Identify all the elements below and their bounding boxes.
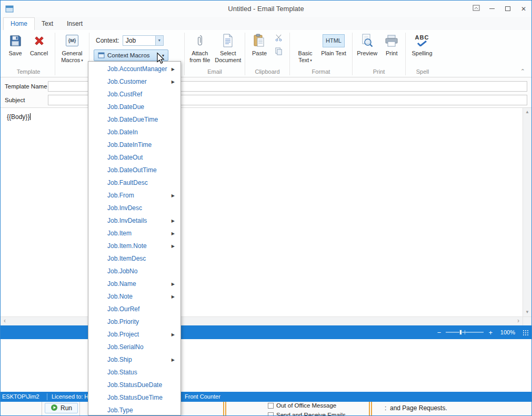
- attach-from-file-button[interactable]: Attach from file: [187, 31, 213, 64]
- tab-insert[interactable]: Insert: [60, 18, 89, 30]
- zoom-slider-thumb[interactable]: [459, 330, 462, 335]
- menu-item-job-priority[interactable]: Job.Priority: [88, 315, 180, 328]
- select-document-button[interactable]: Select Document: [214, 31, 243, 64]
- zoom-slider[interactable]: [446, 329, 484, 335]
- paste-button[interactable]: Paste: [247, 31, 272, 57]
- context-macros-button[interactable]: Context Macros ▾: [94, 49, 168, 61]
- menu-item-job-statusduetime[interactable]: Job.StatusDueTime: [88, 391, 180, 404]
- horizontal-scrollbar[interactable]: ‹ ›: [1, 316, 531, 325]
- window-controls: ✕: [468, 1, 531, 17]
- ribbon-tab-row: Home Text Insert: [1, 17, 531, 30]
- menu-item-job-ship[interactable]: Job.Ship▶: [88, 353, 180, 366]
- menu-item-label: Job.DateDue: [107, 103, 144, 111]
- zoom-out-button[interactable]: −: [437, 329, 441, 336]
- background-window-strip: Run Out of Office Message Send and Recei…: [1, 402, 531, 415]
- menu-item-job-note[interactable]: Job.Note▶: [88, 290, 180, 303]
- document-icon: [223, 33, 233, 48]
- ribbon: Save Cancel Template {M} G: [1, 30, 531, 77]
- print-button[interactable]: Print: [380, 31, 403, 57]
- paste-icon: [254, 33, 265, 48]
- submenu-arrow-icon: ▶: [172, 358, 175, 362]
- menu-item-job-from[interactable]: Job.From▶: [88, 189, 180, 202]
- save-icon: [9, 33, 22, 48]
- menu-item-job-jobno[interactable]: Job.JobNo: [88, 265, 180, 278]
- group-label-spell: Spell: [408, 67, 437, 77]
- menu-item-job-statusduedate[interactable]: Job.StatusDueDate: [88, 379, 180, 391]
- menu-item-job-ourref[interactable]: Job.OurRef: [88, 303, 180, 315]
- tab-text[interactable]: Text: [35, 18, 60, 30]
- menu-item-label: Job.SerialNo: [107, 343, 144, 351]
- html-plain-text-button[interactable]: HTML Plain Text: [319, 31, 348, 57]
- vertical-scrollbar[interactable]: ▲ ▼: [523, 108, 531, 316]
- context-combobox[interactable]: Job ▾: [123, 35, 164, 46]
- menu-item-job-dateintime[interactable]: Job.DateInTime: [88, 138, 180, 151]
- run-button[interactable]: Run: [45, 403, 78, 413]
- ribbon-options-button[interactable]: [468, 1, 484, 17]
- menu-item-job-item[interactable]: Job.Item▶: [88, 227, 180, 240]
- app-icon: [5, 5, 14, 13]
- scroll-up-icon[interactable]: ▲: [523, 108, 531, 116]
- status-bar: ESKTOP\Jim2 Licensed to: H Front Counter: [1, 392, 531, 402]
- menu-item-label: Job.Item.Note: [107, 242, 147, 250]
- scroll-right-icon[interactable]: ›: [514, 317, 523, 325]
- menu-item-job-item-note[interactable]: Job.Item.Note▶: [88, 240, 180, 252]
- tab-home[interactable]: Home: [3, 17, 35, 31]
- menu-item-job-custref[interactable]: Job.CustRef: [88, 88, 180, 101]
- collapse-ribbon-button[interactable]: ⌃: [520, 68, 525, 75]
- menu-item-job-type[interactable]: Job.Type: [88, 404, 180, 415]
- checkbox-icon[interactable]: [268, 412, 274, 416]
- checkbox-icon[interactable]: [268, 403, 274, 409]
- menu-item-job-accountmanager[interactable]: Job.AccountManager▶: [88, 63, 180, 75]
- menu-item-label: Job.FaultDesc: [107, 179, 148, 186]
- menu-item-job-serialno[interactable]: Job.SerialNo: [88, 341, 180, 353]
- group-label-email: Email: [187, 67, 243, 77]
- copy-button[interactable]: [273, 47, 284, 57]
- menu-item-label: Job.Type: [107, 407, 133, 414]
- menu-item-label: Job.InvDetails: [107, 217, 147, 224]
- menu-item-job-datedue[interactable]: Job.DateDue: [88, 101, 180, 113]
- run-icon: [51, 404, 58, 413]
- send-receive-checkbox[interactable]: Send and Receive Emails: [268, 412, 346, 416]
- menu-item-label: Job.Note: [107, 293, 133, 300]
- menu-item-job-project[interactable]: Job.Project▶: [88, 328, 180, 341]
- scroll-left-icon[interactable]: ‹: [1, 317, 9, 325]
- group-label-format: Format: [292, 67, 350, 77]
- body-editor[interactable]: {{Body}} ▲ ▼: [1, 108, 531, 316]
- menu-item-job-invdetails[interactable]: Job.InvDetails▶: [88, 214, 180, 227]
- menu-item-label: Job.Ship: [107, 356, 132, 363]
- maximize-button[interactable]: [500, 1, 516, 17]
- status-machine: ESKTOP\Jim2: [2, 393, 39, 400]
- column-divider: [371, 402, 372, 415]
- text-caret: [30, 113, 31, 120]
- menu-item-job-faultdesc[interactable]: Job.FaultDesc: [88, 176, 180, 189]
- menu-item-job-invdesc[interactable]: Job.InvDesc: [88, 202, 180, 214]
- menu-item-job-dateouttime[interactable]: Job.DateOutTime: [88, 164, 180, 176]
- group-separator: [405, 33, 406, 75]
- save-button[interactable]: Save: [4, 31, 26, 57]
- submenu-arrow-icon: ▶: [172, 244, 175, 249]
- zoom-in-button[interactable]: +: [488, 329, 493, 336]
- menu-item-label: Job.From: [107, 192, 134, 199]
- scroll-down-icon[interactable]: ▼: [523, 308, 531, 316]
- menu-item-job-itemdesc[interactable]: Job.ItemDesc: [88, 252, 180, 265]
- menu-item-job-datein[interactable]: Job.DateIn: [88, 126, 180, 138]
- cancel-button[interactable]: Cancel: [27, 31, 51, 57]
- basic-text-button[interactable]: Basic Text▾: [292, 31, 318, 64]
- menu-item-job-name[interactable]: Job.Name▶: [88, 278, 180, 290]
- menu-item-label: Job.Customer: [107, 78, 147, 85]
- menu-item-job-status[interactable]: Job.Status: [88, 366, 180, 379]
- cut-button[interactable]: [273, 33, 284, 44]
- ribbon-group-email: Attach from file Select Document Email: [185, 31, 244, 77]
- menu-item-job-dateout[interactable]: Job.DateOut: [88, 151, 180, 164]
- paperclip-icon: [197, 33, 203, 48]
- minimize-icon: [489, 8, 495, 9]
- preview-button[interactable]: Preview: [355, 31, 379, 57]
- general-macros-button[interactable]: {M} General Macros▾: [57, 31, 87, 64]
- out-of-office-checkbox[interactable]: Out of Office Message: [268, 402, 336, 409]
- close-button[interactable]: ✕: [516, 1, 531, 17]
- combo-dropdown-icon[interactable]: ▾: [155, 36, 163, 45]
- menu-item-job-dateduetime[interactable]: Job.DateDueTime: [88, 113, 180, 126]
- spelling-button[interactable]: ABC Spelling: [408, 31, 436, 57]
- minimize-button[interactable]: [484, 1, 500, 17]
- menu-item-job-customer[interactable]: Job.Customer▶: [88, 75, 180, 88]
